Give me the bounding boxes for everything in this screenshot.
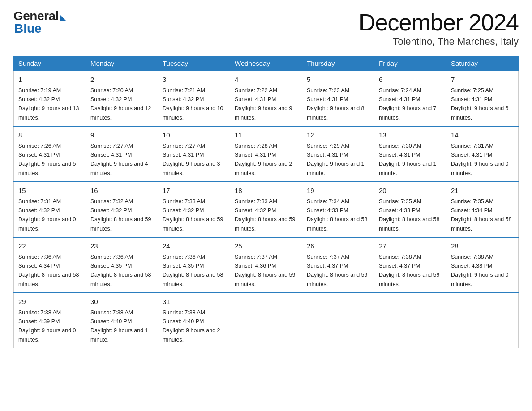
day-number: 20: [379, 186, 442, 196]
day-info: Sunrise: 7:36 AMSunset: 4:35 PMDaylight:…: [163, 254, 223, 287]
day-cell: 25Sunrise: 7:37 AMSunset: 4:36 PMDayligh…: [230, 237, 302, 293]
header-cell-monday: Monday: [86, 56, 158, 71]
day-info: Sunrise: 7:20 AMSunset: 4:32 PMDaylight:…: [90, 87, 151, 121]
day-cell: 8Sunrise: 7:26 AMSunset: 4:31 PMDaylight…: [14, 126, 86, 182]
day-number: 27: [379, 241, 442, 252]
day-info: Sunrise: 7:31 AMSunset: 4:32 PMDaylight:…: [18, 198, 76, 232]
day-number: 26: [307, 241, 369, 252]
day-info: Sunrise: 7:38 AMSunset: 4:37 PMDaylight:…: [379, 254, 440, 287]
header-cell-wednesday: Wednesday: [230, 56, 302, 71]
day-number: 22: [18, 241, 81, 252]
day-cell: 16Sunrise: 7:32 AMSunset: 4:32 PMDayligh…: [86, 182, 158, 237]
day-cell: 14Sunrise: 7:31 AMSunset: 4:31 PMDayligh…: [446, 126, 519, 182]
header-cell-saturday: Saturday: [446, 56, 519, 71]
day-info: Sunrise: 7:38 AMSunset: 4:39 PMDaylight:…: [18, 309, 76, 343]
week-row-4: 22Sunrise: 7:36 AMSunset: 4:34 PMDayligh…: [14, 237, 519, 293]
page-header: General Blue December 2024 Tolentino, Th…: [13, 9, 519, 47]
day-number: 3: [163, 75, 225, 85]
day-number: 11: [235, 130, 297, 141]
week-row-5: 29Sunrise: 7:38 AMSunset: 4:39 PMDayligh…: [14, 293, 519, 348]
day-number: 25: [235, 241, 297, 252]
day-cell: 7Sunrise: 7:25 AMSunset: 4:31 PMDaylight…: [446, 71, 519, 127]
day-info: Sunrise: 7:27 AMSunset: 4:31 PMDaylight:…: [163, 143, 220, 176]
day-info: Sunrise: 7:34 AMSunset: 4:33 PMDaylight:…: [307, 198, 368, 232]
day-cell: 9Sunrise: 7:27 AMSunset: 4:31 PMDaylight…: [86, 126, 158, 182]
day-cell: 1Sunrise: 7:19 AMSunset: 4:32 PMDaylight…: [14, 71, 86, 127]
day-cell: 10Sunrise: 7:27 AMSunset: 4:31 PMDayligh…: [158, 126, 230, 182]
day-cell: 4Sunrise: 7:22 AMSunset: 4:31 PMDaylight…: [230, 71, 302, 127]
day-info: Sunrise: 7:38 AMSunset: 4:38 PMDaylight:…: [451, 254, 509, 287]
day-info: Sunrise: 7:37 AMSunset: 4:37 PMDaylight:…: [307, 254, 368, 287]
day-info: Sunrise: 7:36 AMSunset: 4:34 PMDaylight:…: [18, 254, 79, 287]
day-info: Sunrise: 7:35 AMSunset: 4:34 PMDaylight:…: [451, 198, 512, 232]
day-info: Sunrise: 7:21 AMSunset: 4:32 PMDaylight:…: [163, 87, 223, 121]
day-cell: 19Sunrise: 7:34 AMSunset: 4:33 PMDayligh…: [302, 182, 374, 237]
day-cell: 3Sunrise: 7:21 AMSunset: 4:32 PMDaylight…: [158, 71, 230, 127]
day-info: Sunrise: 7:38 AMSunset: 4:40 PMDaylight:…: [163, 309, 220, 343]
day-cell: 23Sunrise: 7:36 AMSunset: 4:35 PMDayligh…: [86, 237, 158, 293]
day-cell: 21Sunrise: 7:35 AMSunset: 4:34 PMDayligh…: [446, 182, 519, 237]
day-number: 30: [90, 297, 153, 307]
day-info: Sunrise: 7:37 AMSunset: 4:36 PMDaylight:…: [235, 254, 296, 287]
week-row-1: 1Sunrise: 7:19 AMSunset: 4:32 PMDaylight…: [14, 71, 519, 127]
location-title: Tolentino, The Marches, Italy: [359, 36, 519, 47]
day-info: Sunrise: 7:24 AMSunset: 4:31 PMDaylight:…: [379, 87, 437, 121]
day-cell: 17Sunrise: 7:33 AMSunset: 4:32 PMDayligh…: [158, 182, 230, 237]
day-number: 1: [18, 75, 81, 85]
day-cell: 2Sunrise: 7:20 AMSunset: 4:32 PMDaylight…: [86, 71, 158, 127]
day-number: 18: [235, 186, 297, 196]
day-number: 5: [307, 75, 369, 85]
day-cell: 31Sunrise: 7:38 AMSunset: 4:40 PMDayligh…: [158, 293, 230, 348]
day-cell: 27Sunrise: 7:38 AMSunset: 4:37 PMDayligh…: [374, 237, 446, 293]
day-info: Sunrise: 7:33 AMSunset: 4:32 PMDaylight:…: [163, 198, 223, 232]
day-info: Sunrise: 7:25 AMSunset: 4:31 PMDaylight:…: [451, 87, 509, 121]
day-cell: 6Sunrise: 7:24 AMSunset: 4:31 PMDaylight…: [374, 71, 446, 127]
title-block: December 2024 Tolentino, The Marches, It…: [359, 9, 519, 47]
week-row-3: 15Sunrise: 7:31 AMSunset: 4:32 PMDayligh…: [14, 182, 519, 237]
day-info: Sunrise: 7:30 AMSunset: 4:31 PMDaylight:…: [379, 143, 437, 176]
month-title: December 2024: [359, 9, 519, 36]
calendar-header: SundayMondayTuesdayWednesdayThursdayFrid…: [14, 56, 519, 71]
day-info: Sunrise: 7:32 AMSunset: 4:32 PMDaylight:…: [90, 198, 151, 232]
header-cell-sunday: Sunday: [14, 56, 86, 71]
logo-blue-text: Blue: [14, 21, 42, 36]
day-info: Sunrise: 7:19 AMSunset: 4:32 PMDaylight:…: [18, 87, 79, 121]
header-cell-friday: Friday: [374, 56, 446, 71]
day-number: 2: [90, 75, 153, 85]
day-number: 17: [163, 186, 225, 196]
header-cell-thursday: Thursday: [302, 56, 374, 71]
day-info: Sunrise: 7:31 AMSunset: 4:31 PMDaylight:…: [451, 143, 509, 176]
day-cell: 18Sunrise: 7:33 AMSunset: 4:32 PMDayligh…: [230, 182, 302, 237]
day-cell: 13Sunrise: 7:30 AMSunset: 4:31 PMDayligh…: [374, 126, 446, 182]
day-number: 8: [18, 130, 81, 141]
day-cell: [374, 293, 446, 348]
day-cell: 20Sunrise: 7:35 AMSunset: 4:33 PMDayligh…: [374, 182, 446, 237]
day-number: 14: [451, 130, 514, 141]
day-cell: 22Sunrise: 7:36 AMSunset: 4:34 PMDayligh…: [14, 237, 86, 293]
logo: General Blue: [13, 9, 66, 36]
day-info: Sunrise: 7:33 AMSunset: 4:32 PMDaylight:…: [235, 198, 296, 232]
week-row-2: 8Sunrise: 7:26 AMSunset: 4:31 PMDaylight…: [14, 126, 519, 182]
calendar-table: SundayMondayTuesdayWednesdayThursdayFrid…: [13, 56, 519, 348]
day-number: 19: [307, 186, 369, 196]
day-cell: [302, 293, 374, 348]
header-cell-tuesday: Tuesday: [158, 56, 230, 71]
day-cell: 11Sunrise: 7:28 AMSunset: 4:31 PMDayligh…: [230, 126, 302, 182]
day-cell: 28Sunrise: 7:38 AMSunset: 4:38 PMDayligh…: [446, 237, 519, 293]
logo-arrow-icon: [60, 14, 66, 21]
day-number: 7: [451, 75, 514, 85]
day-info: Sunrise: 7:26 AMSunset: 4:31 PMDaylight:…: [18, 143, 76, 176]
day-info: Sunrise: 7:23 AMSunset: 4:31 PMDaylight:…: [307, 87, 365, 121]
day-number: 12: [307, 130, 369, 141]
header-row: SundayMondayTuesdayWednesdayThursdayFrid…: [14, 56, 519, 71]
day-info: Sunrise: 7:28 AMSunset: 4:31 PMDaylight:…: [235, 143, 292, 176]
day-number: 24: [163, 241, 225, 252]
day-info: Sunrise: 7:35 AMSunset: 4:33 PMDaylight:…: [379, 198, 440, 232]
day-number: 4: [235, 75, 297, 85]
day-number: 10: [163, 130, 225, 141]
day-info: Sunrise: 7:38 AMSunset: 4:40 PMDaylight:…: [90, 309, 148, 343]
day-info: Sunrise: 7:27 AMSunset: 4:31 PMDaylight:…: [90, 143, 148, 176]
day-cell: 5Sunrise: 7:23 AMSunset: 4:31 PMDaylight…: [302, 71, 374, 127]
day-number: 15: [18, 186, 81, 196]
day-number: 23: [90, 241, 153, 252]
